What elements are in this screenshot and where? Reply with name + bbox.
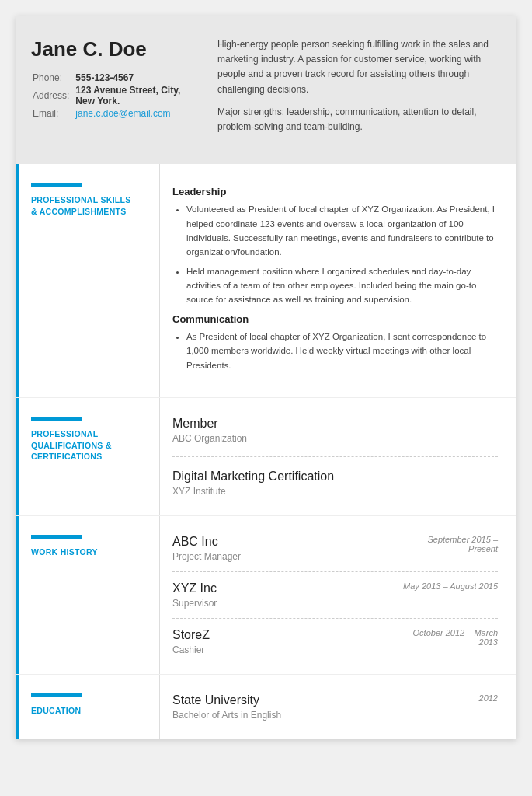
communication-list: As President of local chapter of XYZ Org… (172, 330, 498, 372)
qualifications-section-left: PROFESSIONALQUALIFICATIONS &CERTIFICATIO… (16, 398, 159, 515)
header-section: Jane C. Doe Phone: 555-123-4567 Address:… (16, 16, 516, 164)
skills-section: PROFESSIONAL SKILLS& ACCOMPLISHMENTS Lea… (16, 164, 516, 398)
qualifications-content: Member ABC Organization Digital Marketin… (159, 398, 516, 515)
main-content: PROFESSIONAL SKILLS& ACCOMPLISHMENTS Lea… (16, 164, 516, 739)
contact-info: Phone: 555-123-4567 Address: 123 Avenue … (31, 71, 202, 120)
education-bar (31, 693, 82, 697)
qual-title-1: Member (172, 417, 498, 431)
resume-container: Jane C. Doe Phone: 555-123-4567 Address:… (16, 16, 516, 739)
leadership-item-1: Volunteered as President of local chapte… (186, 202, 498, 260)
work-role-3: Cashier (172, 644, 210, 655)
work-title: WORK HISTORY (31, 546, 145, 558)
qualifications-title: PROFESSIONALQUALIFICATIONS &CERTIFICATIO… (31, 428, 145, 463)
skills-title: PROFESSIONAL SKILLS& ACCOMPLISHMENTS (31, 194, 145, 217)
skills-bar (31, 183, 82, 187)
work-bar (31, 535, 82, 539)
leadership-category: Leadership (172, 186, 498, 197)
summary-paragraph-2: Major strengths: leadership, communicati… (217, 105, 495, 134)
qual-sub-1: ABC Organization (172, 433, 498, 444)
work-company-2: XYZ Inc (172, 581, 217, 595)
header-right: High-energy people person seeking fulfil… (217, 37, 495, 142)
work-role-1: Project Manager (172, 551, 241, 562)
leadership-item-2: Held management position where I organiz… (186, 264, 498, 307)
education-content: State University Bachelor of Arts in Eng… (159, 675, 516, 739)
candidate-name: Jane C. Doe (31, 37, 202, 61)
email-label: Email: (33, 108, 74, 119)
email-value[interactable]: jane.c.doe@email.com (75, 108, 200, 119)
edu-year-1: 2012 (479, 693, 498, 703)
work-company-3: StoreZ (172, 628, 210, 642)
summary-paragraph-1: High-energy people person seeking fulfil… (217, 37, 495, 97)
phone-row: Phone: 555-123-4567 (33, 72, 200, 83)
qual-sub-2: XYZ Institute (172, 486, 498, 497)
header-left: Jane C. Doe Phone: 555-123-4567 Address:… (31, 37, 202, 142)
address-row: Address: 123 Avenue Street, City, New Yo… (33, 85, 200, 106)
work-item-2: XYZ Inc Supervisor May 2013 – August 201… (172, 581, 498, 619)
qualifications-section: PROFESSIONALQUALIFICATIONS &CERTIFICATIO… (16, 398, 516, 516)
work-company-1: ABC Inc (172, 535, 241, 549)
phone-value: 555-123-4567 (75, 72, 200, 83)
communication-category: Communication (172, 313, 498, 325)
skills-section-left: PROFESSIONAL SKILLS& ACCOMPLISHMENTS (16, 164, 159, 397)
work-section: WORK HISTORY ABC Inc Project Manager Sep… (16, 516, 516, 675)
work-date-2: May 2013 – August 2015 (403, 581, 498, 591)
qual-title-2: Digital Marketing Certification (172, 470, 498, 484)
address-label: Address: (33, 85, 74, 106)
work-left-2: XYZ Inc Supervisor (172, 581, 217, 609)
edu-degree-1: Bachelor of Arts in English (172, 710, 281, 721)
edu-left-1: State University Bachelor of Arts in Eng… (172, 693, 281, 721)
communication-item-1: As President of local chapter of XYZ Org… (186, 330, 498, 372)
work-date-1: September 2015 –Present (412, 535, 498, 553)
work-item-3: StoreZ Cashier October 2012 – March2013 (172, 628, 498, 655)
work-item-1: ABC Inc Project Manager September 2015 –… (172, 535, 498, 572)
work-section-left: WORK HISTORY (16, 516, 159, 674)
work-left-3: StoreZ Cashier (172, 628, 210, 655)
qual-item-1: Member ABC Organization (172, 417, 498, 457)
edu-item-1: State University Bachelor of Arts in Eng… (172, 693, 498, 721)
education-title: EDUCATION (31, 705, 145, 717)
education-section-left: EDUCATION (16, 675, 159, 739)
work-left-1: ABC Inc Project Manager (172, 535, 241, 562)
qual-item-2: Digital Marketing Certification XYZ Inst… (172, 470, 498, 497)
qualifications-bar (31, 417, 82, 421)
work-date-3: October 2012 – March2013 (412, 628, 498, 647)
address-value: 123 Avenue Street, City, New York. (75, 85, 200, 106)
email-row: Email: jane.c.doe@email.com (33, 108, 200, 119)
work-role-2: Supervisor (172, 598, 217, 609)
leadership-list: Volunteered as President of local chapte… (172, 202, 498, 307)
work-content: ABC Inc Project Manager September 2015 –… (159, 516, 516, 674)
edu-school-1: State University (172, 693, 281, 707)
phone-label: Phone: (33, 72, 74, 83)
skills-content: Leadership Volunteered as President of l… (159, 164, 516, 397)
education-section: EDUCATION State University Bachelor of A… (16, 675, 516, 739)
